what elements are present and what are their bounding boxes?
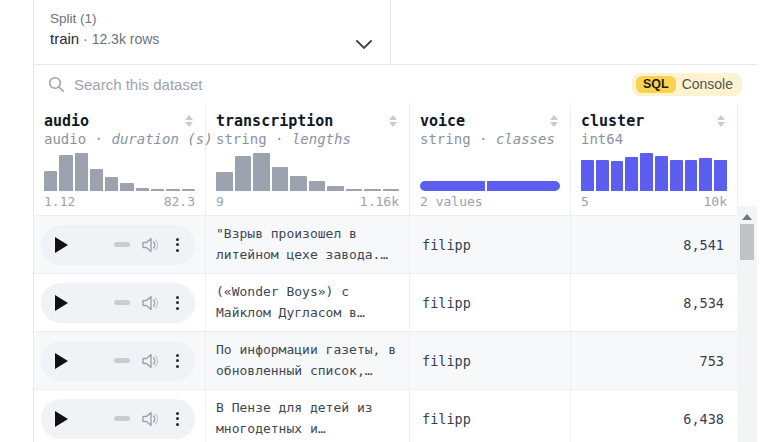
seek-slider[interactable] bbox=[114, 242, 130, 247]
split-selector[interactable]: Split (1) train · 12.3k rows bbox=[34, 0, 391, 64]
play-icon[interactable] bbox=[55, 237, 68, 253]
top-strip: Split (1) train · 12.3k rows bbox=[34, 0, 757, 65]
histogram-bar[interactable] bbox=[714, 160, 727, 191]
scrollbar-thumb[interactable] bbox=[740, 224, 754, 260]
histogram-cluster[interactable] bbox=[581, 153, 727, 191]
histogram-bar[interactable] bbox=[216, 172, 233, 191]
kebab-menu-icon[interactable] bbox=[174, 294, 181, 312]
histogram-bar[interactable] bbox=[290, 176, 307, 191]
histogram-bar[interactable] bbox=[699, 158, 712, 191]
histogram-bar[interactable] bbox=[235, 156, 252, 191]
histogram-bar[interactable] bbox=[383, 189, 400, 191]
seek-slider[interactable] bbox=[114, 358, 130, 363]
histogram-bar[interactable] bbox=[596, 160, 609, 191]
column-header-cluster: cluster int64 510k bbox=[571, 103, 738, 215]
column-type: int64 bbox=[581, 131, 623, 147]
histogram-bar[interactable] bbox=[166, 189, 179, 191]
volume-icon[interactable] bbox=[142, 411, 160, 427]
histogram-transcription[interactable] bbox=[216, 153, 399, 191]
column-stat: lengths bbox=[292, 131, 351, 147]
split-name: train bbox=[50, 30, 79, 47]
kebab-menu-icon[interactable] bbox=[174, 236, 181, 254]
histogram-bar[interactable] bbox=[625, 157, 638, 191]
search-input[interactable] bbox=[74, 76, 623, 93]
voice-cell: filipp bbox=[410, 216, 571, 273]
audio-player[interactable] bbox=[41, 399, 195, 439]
column-name: transcription bbox=[216, 112, 333, 130]
kebab-menu-icon[interactable] bbox=[174, 352, 181, 370]
search-icon bbox=[48, 76, 65, 93]
cluster-cell: 753 bbox=[571, 332, 738, 389]
play-icon[interactable] bbox=[55, 411, 68, 427]
histogram-bar[interactable] bbox=[346, 189, 363, 191]
kebab-menu-icon[interactable] bbox=[174, 410, 181, 428]
histogram-bar[interactable] bbox=[90, 169, 103, 191]
split-rows-count: 12.3k rows bbox=[92, 31, 160, 47]
histogram-bar[interactable] bbox=[364, 189, 381, 191]
column-type: audio bbox=[44, 131, 86, 147]
sql-console-button[interactable]: SQL Console bbox=[632, 73, 742, 96]
column-header-audio: audio audio · duration (s) 1.1282.3 bbox=[34, 103, 206, 215]
play-icon[interactable] bbox=[55, 295, 68, 311]
seek-slider[interactable] bbox=[114, 300, 130, 305]
hist-min: 1.12 bbox=[44, 194, 75, 209]
column-stat: classes bbox=[496, 131, 555, 147]
chevron-down-icon bbox=[356, 40, 372, 50]
histogram-bar[interactable] bbox=[182, 189, 195, 191]
column-name: audio bbox=[44, 112, 89, 130]
histogram-bar[interactable] bbox=[670, 160, 683, 191]
audio-cell bbox=[34, 332, 206, 389]
sort-button[interactable] bbox=[548, 113, 560, 129]
top-strip-spacer bbox=[391, 0, 757, 64]
volume-icon[interactable] bbox=[142, 353, 160, 369]
hist-max: 10k bbox=[704, 194, 727, 209]
scroll-up-icon[interactable] bbox=[742, 214, 752, 220]
audio-cell bbox=[34, 216, 206, 273]
seek-slider[interactable] bbox=[114, 416, 130, 421]
histogram-bar[interactable] bbox=[120, 183, 133, 191]
histogram-bar[interactable] bbox=[272, 167, 289, 191]
class-segment[interactable] bbox=[487, 181, 560, 191]
histogram-bar[interactable] bbox=[309, 181, 326, 191]
sort-button[interactable] bbox=[715, 113, 727, 129]
table-body: "Взрыв произошел в литейном цехе завода.… bbox=[34, 215, 757, 442]
volume-icon[interactable] bbox=[142, 295, 160, 311]
play-icon[interactable] bbox=[55, 353, 68, 369]
histogram-bar[interactable] bbox=[136, 188, 149, 191]
table-row: («Wonder Boys») с Майклом Дугласом в… fi… bbox=[34, 273, 757, 331]
column-name: cluster bbox=[581, 112, 644, 130]
column-name: voice bbox=[420, 112, 465, 130]
histogram-bar[interactable] bbox=[151, 189, 164, 191]
histogram-audio[interactable] bbox=[44, 153, 195, 191]
histogram-bar[interactable] bbox=[327, 186, 344, 191]
histogram-bar[interactable] bbox=[75, 153, 88, 191]
transcription-cell: По информации газеты, в обновленный спис… bbox=[206, 332, 410, 389]
hist-max: 82.3 bbox=[164, 194, 195, 209]
audio-player[interactable] bbox=[41, 283, 195, 323]
histogram-bar[interactable] bbox=[59, 155, 72, 191]
histogram-bar[interactable] bbox=[611, 161, 624, 191]
class-distribution-bar[interactable] bbox=[420, 147, 560, 191]
histogram-bar[interactable] bbox=[44, 171, 57, 191]
sort-button[interactable] bbox=[183, 113, 195, 129]
histogram-bar[interactable] bbox=[253, 153, 270, 191]
search-bar: SQL Console bbox=[34, 65, 757, 103]
volume-icon[interactable] bbox=[142, 237, 160, 253]
audio-player[interactable] bbox=[41, 225, 195, 265]
hist-min: 9 bbox=[216, 194, 224, 209]
split-selector-text: Split (1) train · 12.3k rows bbox=[50, 11, 159, 64]
audio-player[interactable] bbox=[41, 341, 195, 381]
vertical-scrollbar[interactable] bbox=[737, 206, 757, 442]
column-stat: duration (s) bbox=[111, 131, 212, 147]
hist-max: 1.16k bbox=[360, 194, 399, 209]
cluster-cell: 6,438 bbox=[571, 390, 738, 442]
histogram-bar[interactable] bbox=[685, 160, 698, 191]
histogram-bar[interactable] bbox=[581, 160, 594, 191]
histogram-bar[interactable] bbox=[105, 177, 118, 191]
histogram-bar[interactable] bbox=[640, 153, 653, 191]
class-segment[interactable] bbox=[420, 181, 485, 191]
dataset-table: audio audio · duration (s) 1.1282.3 tran… bbox=[34, 103, 757, 442]
histogram-bar[interactable] bbox=[655, 156, 668, 191]
sort-button[interactable] bbox=[387, 113, 399, 129]
column-header-transcription: transcription string · lengths 91.16k bbox=[206, 103, 410, 215]
